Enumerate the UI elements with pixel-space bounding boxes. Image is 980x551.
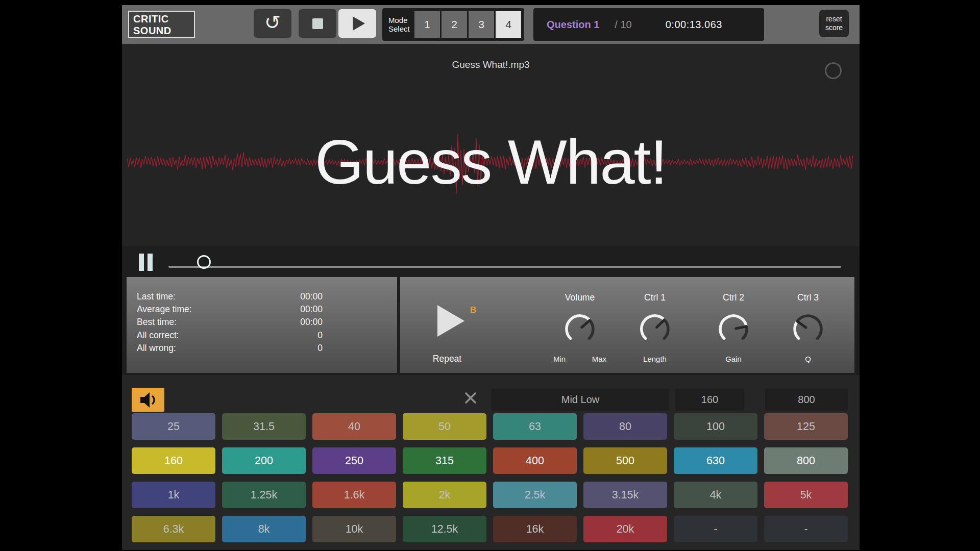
repeat-label: Repeat (416, 354, 478, 364)
reset-score-button[interactable]: reset score (819, 10, 849, 37)
ctrl-1-knob-labels: Length (619, 355, 691, 363)
mode-buttons: 1234 (413, 11, 521, 38)
freq-button-63[interactable]: 63 (493, 413, 577, 440)
band-high-display[interactable]: 800 (765, 389, 848, 411)
app-logo: CRITIC SOUND (128, 11, 195, 38)
freq-button-25[interactable]: 25 (132, 413, 215, 440)
stop-button[interactable] (299, 9, 336, 38)
ctrl-2-label-gain: Gain (725, 355, 742, 363)
band-name-display[interactable]: Mid Low (492, 389, 669, 411)
stats-row: Best time:00:00 (137, 316, 323, 329)
ctrl-3-knob-labels: Q (772, 355, 844, 363)
stats-value: 00:00 (300, 316, 323, 329)
freq-button-200[interactable]: 200 (222, 447, 306, 474)
freq-button-315[interactable]: 315 (403, 447, 486, 474)
freq-button-3.15k[interactable]: 3.15k (583, 482, 667, 508)
frequency-grid: 2531.54050638010012516020025031540050063… (132, 413, 848, 542)
stats-label: All correct: (137, 329, 179, 342)
play-icon (353, 16, 365, 31)
ctrl-3-knob-title: Ctrl 3 (772, 292, 844, 303)
volume-label-min: Min (553, 355, 566, 363)
freq-button-2k[interactable]: 2k (403, 482, 486, 508)
stats-label: All wrong: (137, 342, 176, 355)
freq-button-800[interactable]: 800 (764, 447, 848, 474)
question-panel: Question 1 / 10 0:00:13.063 (533, 8, 764, 41)
timer-display: 0:00:13.063 (666, 19, 722, 31)
ctrl-2-knob-labels: Gain (698, 355, 769, 363)
ctrl-3-label-q: Q (805, 355, 811, 363)
freq-button-31.5[interactable]: 31.5 (222, 413, 306, 440)
stats-value: 00:00 (300, 290, 323, 303)
freq-button-630[interactable]: 630 (674, 447, 757, 474)
stats-row: All correct:0 (137, 329, 323, 342)
answer-section: Mid Low 160 800 2531.5405063801001251602… (122, 375, 860, 550)
freq-button-250[interactable]: 250 (312, 447, 396, 474)
seek-slider[interactable] (168, 266, 841, 268)
pause-button[interactable] (139, 254, 153, 271)
top-toolbar: CRITIC SOUND ↺ Mode Select 1234 Question… (122, 5, 860, 44)
volume-knob-labels: MinMax (553, 355, 606, 363)
mode-select-label: Mode Select (388, 16, 413, 33)
mode-4-button[interactable]: 4 (496, 11, 521, 38)
freq-button-1.6k[interactable]: 1.6k (312, 482, 396, 508)
stats-value: 0 (317, 342, 323, 355)
ctrl-2-knob-title: Ctrl 2 (698, 292, 769, 303)
freq-button-4k[interactable]: 4k (674, 482, 757, 508)
freq-button-20k[interactable]: 20k (583, 516, 667, 542)
app-logo-line1: CRITIC (133, 13, 194, 25)
ctrl-1-label-length: Length (643, 355, 667, 363)
stats-value: 00:00 (300, 303, 323, 316)
controls-panel: B Repeat VolumeMinMaxCtrl 1LengthCtrl 2G… (400, 277, 854, 373)
pause-icon (148, 254, 153, 271)
freq-button-400[interactable]: 400 (493, 447, 577, 474)
loop-icon: ↺ (264, 13, 281, 32)
stats-label: Best time: (137, 316, 177, 329)
pause-icon (139, 254, 144, 271)
ctrl-3-knob[interactable] (789, 310, 827, 348)
freq-button-125[interactable]: 125 (764, 413, 848, 440)
freq-button-12.5k[interactable]: 12.5k (403, 516, 486, 542)
freq-button-160[interactable]: 160 (132, 447, 215, 474)
mode-1-button[interactable]: 1 (414, 11, 440, 38)
stats-label: Average time: (137, 303, 192, 316)
band-low-display[interactable]: 160 (675, 389, 744, 411)
volume-knob-title: Volume (544, 292, 616, 303)
freq-button-40[interactable]: 40 (312, 413, 396, 440)
mode-2-button[interactable]: 2 (442, 11, 467, 38)
speaker-button[interactable] (132, 388, 164, 412)
app-window: CRITIC SOUND ↺ Mode Select 1234 Question… (122, 5, 860, 550)
mode-select-panel: Mode Select 1234 (382, 8, 524, 41)
freq-button-8k[interactable]: 8k (222, 516, 306, 542)
ctrl-1-knob[interactable] (635, 310, 674, 348)
freq-button-500[interactable]: 500 (583, 447, 667, 474)
ctrl-2-knob[interactable] (714, 310, 753, 348)
freq-button-2.5k[interactable]: 2.5k (493, 482, 577, 508)
freq-button-empty-2: - (764, 516, 848, 542)
freq-button-50[interactable]: 50 (403, 413, 486, 440)
freq-button-10k[interactable]: 10k (312, 516, 396, 542)
seek-handle[interactable] (197, 255, 211, 269)
stats-label: Last time: (137, 290, 176, 303)
freq-button-6.3k[interactable]: 6.3k (132, 516, 215, 542)
stop-icon (312, 18, 323, 29)
track-filename: Guess What!.mp3 (122, 59, 860, 70)
freq-button-5k[interactable]: 5k (764, 482, 848, 508)
stats-row: Average time:00:00 (137, 303, 323, 316)
question-total: / 10 (615, 19, 631, 31)
freq-button-100[interactable]: 100 (674, 413, 757, 440)
volume-label-max: Max (592, 355, 606, 363)
volume-knob[interactable] (560, 310, 599, 348)
stats-row: Last time:00:00 (137, 290, 323, 303)
freq-button-80[interactable]: 80 (583, 413, 667, 440)
loop-button[interactable]: ↺ (254, 9, 291, 38)
freq-button-1k[interactable]: 1k (132, 482, 215, 508)
mode-3-button[interactable]: 3 (469, 11, 494, 38)
stats-panel: Last time:00:00Average time:00:00Best ti… (127, 277, 397, 373)
freq-button-1.25k[interactable]: 1.25k (222, 482, 306, 508)
close-icon[interactable] (463, 390, 478, 406)
screen: CRITIC SOUND ↺ Mode Select 1234 Question… (0, 0, 980, 551)
stats-value: 0 (317, 329, 323, 342)
freq-button-16k[interactable]: 16k (493, 516, 577, 542)
play-button[interactable] (338, 9, 376, 38)
repeat-play-icon[interactable] (437, 305, 464, 337)
